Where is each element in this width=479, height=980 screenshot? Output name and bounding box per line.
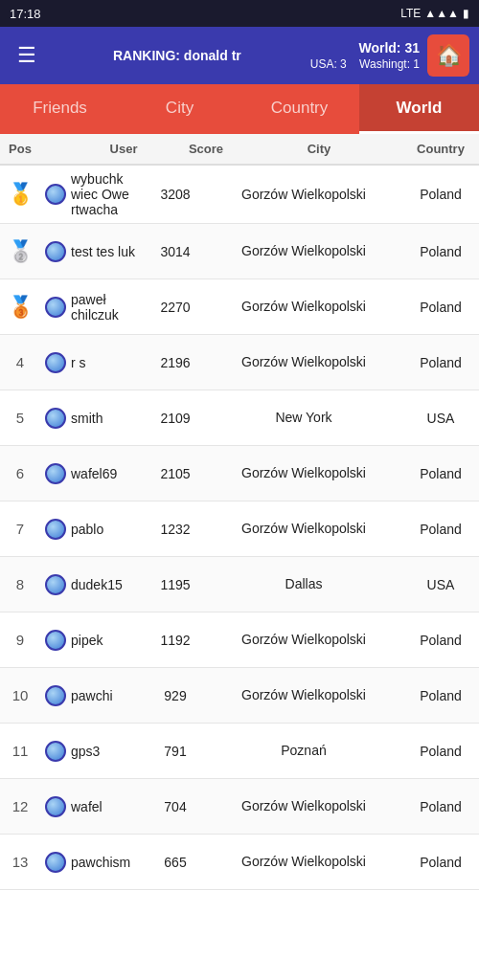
- cell-score: 665: [146, 855, 205, 870]
- battery-icon: ▮: [463, 7, 469, 20]
- cell-city: Gorzów Wielkopolski: [205, 464, 402, 481]
- globe-icon: [45, 741, 66, 762]
- cell-globe: [40, 408, 71, 429]
- cell-position: 🥇: [0, 184, 40, 205]
- top-header: ☰ RANKING: donald tr World: 31 USA: 3 Wa…: [0, 27, 479, 84]
- cell-globe: [40, 574, 71, 595]
- cell-username: test tes luk: [71, 244, 146, 259]
- cell-position: 🥉: [0, 297, 40, 318]
- cell-country: Poland: [402, 244, 479, 259]
- tab-country[interactable]: Country: [240, 84, 359, 134]
- cell-username: dudek15: [71, 577, 146, 592]
- cell-country: Poland: [402, 744, 479, 759]
- table-row: 9pipek1192Gorzów WielkopolskiPoland: [0, 612, 479, 668]
- position-number: 10: [12, 687, 29, 703]
- cell-username: smith: [71, 411, 146, 426]
- header-ranking: RANKING: donald tr: [52, 48, 303, 63]
- position-number: 12: [12, 798, 29, 814]
- cell-city: Poznań: [205, 742, 402, 759]
- position-number: 9: [16, 632, 24, 648]
- cell-username: r s: [71, 355, 146, 370]
- cell-position: 12: [0, 798, 40, 814]
- tab-bar: Friends City Country World: [0, 84, 479, 134]
- globe-icon: [45, 685, 66, 706]
- status-right: LTE ▲▲▲ ▮: [400, 7, 469, 20]
- globe-icon: [45, 241, 66, 262]
- cell-score: 1195: [146, 577, 205, 592]
- status-time: 17:18: [10, 7, 41, 21]
- table-row: 4r s2196Gorzów WielkopolskiPoland: [0, 335, 479, 390]
- position-number: 13: [12, 854, 29, 870]
- cell-globe: [40, 796, 71, 817]
- cell-globe: [40, 519, 71, 540]
- cell-score: 791: [146, 744, 205, 759]
- table-row: 🥇wybuchk wiec Owe rtwacha3208Gorzów Wiel…: [0, 166, 479, 224]
- position-number: 7: [16, 521, 24, 537]
- cell-globe: [40, 630, 71, 651]
- position-number: 4: [16, 354, 24, 370]
- cell-position: 13: [0, 854, 40, 870]
- medal-icon: 🥇: [8, 184, 34, 205]
- cell-country: Poland: [402, 799, 479, 814]
- world-stat: World: 31: [310, 40, 420, 56]
- cell-score: 2270: [146, 300, 205, 315]
- cell-score: 3208: [146, 187, 205, 202]
- cell-position: 5: [0, 410, 40, 426]
- cell-city: Gorzów Wielkopolski: [205, 520, 402, 537]
- globe-icon: [45, 519, 66, 540]
- home-button[interactable]: 🏠: [427, 34, 469, 77]
- tab-world[interactable]: World: [359, 84, 479, 134]
- cell-score: 2196: [146, 355, 205, 370]
- cell-username: pawchi: [71, 688, 146, 703]
- network-icon: LTE: [400, 7, 421, 20]
- cell-country: Poland: [402, 300, 479, 315]
- cell-globe: [40, 463, 71, 484]
- table-header: Pos User Score City Country: [0, 134, 479, 166]
- table-row: 10pawchi929Gorzów WielkopolskiPoland: [0, 668, 479, 724]
- table-row: 🥉paweł chilczuk2270Gorzów WielkopolskiPo…: [0, 279, 479, 335]
- cell-city: New York: [205, 409, 402, 426]
- cell-city: Gorzów Wielkopolski: [205, 686, 402, 703]
- globe-icon: [45, 796, 66, 817]
- globe-icon: [45, 574, 66, 595]
- cell-score: 1232: [146, 522, 205, 537]
- cell-score: 1192: [146, 633, 205, 648]
- cell-score: 2109: [146, 411, 205, 426]
- cell-city: Gorzów Wielkopolski: [205, 353, 402, 370]
- cell-city: Gorzów Wielkopolski: [205, 186, 402, 203]
- cell-country: USA: [402, 411, 479, 426]
- cell-city: Gorzów Wielkopolski: [205, 797, 402, 814]
- globe-icon: [45, 408, 66, 429]
- status-bar: 17:18 LTE ▲▲▲ ▮: [0, 0, 479, 27]
- ranking-label: RANKING: donald tr: [52, 48, 303, 63]
- cell-username: pablo: [71, 522, 146, 537]
- cell-globe: [40, 741, 71, 762]
- cell-position: 9: [0, 632, 40, 648]
- cell-city: Gorzów Wielkopolski: [205, 298, 402, 315]
- local-stats: USA: 3 Washingt: 1: [310, 57, 420, 71]
- tab-friends[interactable]: Friends: [0, 84, 120, 134]
- medal-icon: 🥉: [8, 297, 34, 318]
- cell-city: Gorzów Wielkopolski: [205, 242, 402, 259]
- tab-city[interactable]: City: [120, 84, 240, 134]
- cell-globe: [40, 184, 71, 205]
- table-row: 12wafel704Gorzów WielkopolskiPoland: [0, 779, 479, 835]
- cell-username: paweł chilczuk: [71, 292, 146, 323]
- cell-score: 2105: [146, 466, 205, 481]
- globe-icon: [45, 852, 66, 873]
- col-score: Score: [176, 142, 236, 156]
- cell-country: USA: [402, 577, 479, 592]
- cell-score: 704: [146, 799, 205, 814]
- signal-icon: ▲▲▲: [424, 7, 459, 20]
- cell-position: 11: [0, 743, 40, 759]
- cell-position: 4: [0, 354, 40, 370]
- cell-globe: [40, 241, 71, 262]
- cell-username: wafel69: [71, 466, 146, 481]
- hamburger-button[interactable]: ☰: [10, 39, 44, 72]
- cell-username: pawchism: [71, 855, 146, 870]
- cell-position: 10: [0, 687, 40, 703]
- globe-icon: [45, 463, 66, 484]
- globe-icon: [45, 630, 66, 651]
- cell-city: Gorzów Wielkopolski: [205, 631, 402, 648]
- cell-globe: [40, 352, 71, 373]
